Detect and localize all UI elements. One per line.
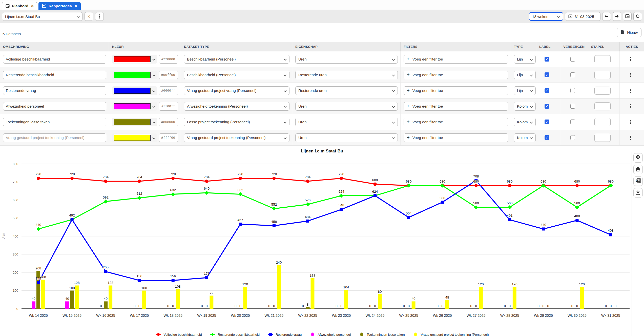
eigenschap-select[interactable]: Uren [295, 133, 398, 142]
chart-point [272, 207, 276, 211]
color-hex-input[interactable] [159, 102, 178, 111]
add-filter-button[interactable]: + Voeg een filter toe [404, 102, 508, 111]
period-select[interactable]: 18 weken [529, 12, 563, 21]
legend-item[interactable]: Afwezigheid personeel [309, 332, 351, 336]
stapel-input[interactable] [594, 55, 611, 63]
verbergen-checkbox[interactable] [570, 120, 575, 124]
verbergen-checkbox[interactable] [570, 72, 575, 77]
omschrijving-input[interactable] [3, 86, 106, 95]
eigenschap-select[interactable]: Uren [295, 118, 398, 126]
eigenschap-select[interactable]: Uren [295, 102, 398, 111]
row-actions-button[interactable] [627, 118, 634, 126]
dataset-type-select[interactable]: Beschikbaarheid (Personeel) [184, 71, 289, 79]
omschrijving-input[interactable] [3, 133, 106, 142]
color-hex-input[interactable] [159, 133, 178, 142]
legend-item[interactable]: Resterende beschikbaarheid [209, 332, 260, 336]
type-select[interactable]: Lijn [514, 55, 536, 64]
add-filter-button[interactable]: + Voeg een filter toe [404, 71, 508, 79]
add-filter-button[interactable]: + Voeg een filter toe [404, 86, 508, 95]
type-select[interactable]: Kolom [514, 118, 536, 126]
stapel-input[interactable] [594, 71, 611, 79]
add-filter-button[interactable]: + Voeg een filter toe [404, 118, 508, 126]
legend-item[interactable]: Vraag gestuurd project toekenning (Perso… [412, 332, 489, 336]
verbergen-checkbox[interactable] [570, 135, 575, 140]
add-filter-button[interactable]: + Voeg een filter toe [404, 133, 508, 142]
type-select[interactable]: Lijn [514, 71, 536, 79]
report-menu-button[interactable] [95, 12, 104, 21]
color-select[interactable] [112, 86, 157, 95]
new-dataset-button[interactable]: Nieuw [617, 28, 641, 37]
dataset-type-select[interactable]: Vraag gestuurd project vraag (Personeel) [184, 86, 289, 95]
row-actions-button[interactable] [627, 71, 634, 79]
color-swatch [114, 103, 151, 109]
color-hex-input[interactable] [159, 55, 178, 64]
legend-item[interactable]: Volledige beschikbaarheid [155, 332, 202, 336]
verbergen-checkbox[interactable] [570, 104, 575, 109]
clear-report-button[interactable]: × [85, 12, 93, 21]
color-select[interactable] [112, 71, 157, 79]
dataset-type-select[interactable]: Afwezigheid toekenning (Personeel) [184, 102, 289, 111]
dataset-type-cell: Afwezigheid toekenning (Personeel) [181, 98, 292, 114]
color-select[interactable] [112, 102, 157, 111]
row-actions-button[interactable] [627, 103, 634, 110]
color-hex-input[interactable] [159, 86, 178, 95]
label-checkbox[interactable] [545, 88, 549, 93]
tab-planbord[interactable]: Planbord × [2, 2, 37, 10]
add-filter-button[interactable]: + Voeg een filter toe [404, 55, 508, 64]
color-select[interactable] [112, 133, 157, 142]
label-checkbox[interactable] [545, 72, 549, 77]
dataset-type-select[interactable]: Losse project toekenning (Personeel) [184, 118, 289, 126]
chart-value-label: 40 [32, 297, 35, 301]
stapel-input[interactable] [594, 87, 611, 95]
omschrijving-input[interactable] [3, 102, 106, 111]
label-checkbox[interactable] [545, 135, 549, 140]
color-hex-input[interactable] [159, 118, 178, 126]
stapel-input[interactable] [594, 102, 611, 110]
close-icon[interactable]: × [75, 4, 77, 8]
stapel-input[interactable] [594, 118, 611, 126]
color-select[interactable] [112, 55, 157, 64]
verbergen-checkbox[interactable] [570, 88, 575, 93]
dataset-type-select[interactable]: Vraag gestuurd project toekenning (Perso… [184, 133, 289, 142]
calendar-button[interactable] [623, 12, 632, 21]
col-header-filters: FILTERS [400, 42, 511, 51]
row-actions-button[interactable] [627, 134, 634, 142]
type-select[interactable]: Kolom [514, 133, 536, 142]
omschrijving-input[interactable] [3, 118, 106, 126]
refresh-button[interactable] [633, 12, 642, 21]
report-select[interactable]: Lijnen i.c.m Staaf Bu [2, 12, 82, 21]
type-select[interactable]: Lijn [514, 86, 536, 95]
filters-cell: + Voeg een filter toe [400, 98, 511, 114]
label-checkbox[interactable] [545, 57, 549, 62]
color-select[interactable] [112, 118, 157, 126]
eigenschap-select[interactable]: Resterende uren [295, 71, 398, 79]
toggle-visibility-button[interactable] [633, 153, 643, 163]
row-actions-button[interactable] [627, 55, 634, 63]
row-actions-button[interactable] [627, 87, 634, 94]
tab-rapportages[interactable]: Rapportages × [38, 2, 81, 10]
omschrijving-input[interactable] [3, 71, 106, 79]
dataset-type-select[interactable]: Beschikbaarheid (Personeel) [184, 55, 289, 64]
verbergen-checkbox[interactable] [570, 57, 575, 62]
date-field[interactable]: 31-03-2025 [565, 12, 600, 21]
prev-period-button[interactable] [602, 12, 611, 21]
omschrijving-input[interactable] [3, 55, 106, 64]
dataset-row: Vraag gestuurd project toekenning (Perso… [0, 130, 644, 146]
excel-export-button[interactable]: X [633, 176, 643, 186]
eigenschap-select[interactable]: Resterende uren [295, 86, 398, 95]
close-icon[interactable]: × [31, 4, 34, 8]
chart-bar [243, 287, 247, 309]
download-button[interactable] [633, 188, 643, 197]
chevron-down-icon [530, 58, 533, 61]
print-button[interactable] [633, 165, 643, 174]
legend-item[interactable]: Toekenningen losse taken [358, 332, 405, 336]
next-period-button[interactable] [613, 12, 621, 21]
color-hex-input[interactable] [159, 71, 178, 79]
type-select[interactable]: Kolom [514, 102, 536, 111]
legend-item[interactable]: Resterende vraag [267, 332, 302, 336]
chart-value-label: 704 [103, 175, 109, 179]
label-checkbox[interactable] [545, 120, 549, 124]
stapel-input[interactable] [594, 134, 611, 142]
eigenschap-select[interactable]: Uren [295, 55, 398, 64]
label-checkbox[interactable] [545, 104, 549, 109]
